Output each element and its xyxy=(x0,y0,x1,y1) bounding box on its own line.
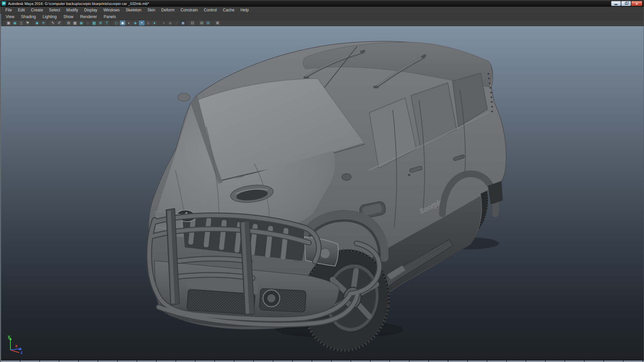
restore-icon xyxy=(625,2,628,5)
lock-camera-icon[interactable]: ◉ xyxy=(12,20,18,25)
svg-text:z: z xyxy=(20,350,23,355)
menu-help[interactable]: Help xyxy=(237,8,252,12)
panel-menu-view[interactable]: View xyxy=(2,14,18,19)
panel-menu-bar: ViewShadingLightingShowRendererPanels xyxy=(1,14,644,20)
main-menu-bar: FileEditCreateSelectModifyDisplayWindows… xyxy=(0,7,644,14)
wireframe-icon[interactable]: ◇ xyxy=(113,20,119,25)
menu-constrain[interactable]: Constrain xyxy=(177,8,201,12)
panel-toolbar: ▣◉▯⚑◆✛✎✐⊞▦◉◎▩⊕T◇◆◐◈◓☼●●◉○▣⊡⊟⊞⊠ xyxy=(1,20,644,26)
use-default-material-icon[interactable]: ◈ xyxy=(132,20,138,25)
svg-text:y: y xyxy=(8,334,10,339)
menu-windows[interactable]: Windows xyxy=(100,8,123,12)
panel-menu-lighting[interactable]: Lighting xyxy=(39,14,60,19)
headlight-lens xyxy=(320,248,330,258)
panel-menu-renderer[interactable]: Renderer xyxy=(77,14,100,19)
viewport-panel: ViewShadingLightingShowRendererPanels ▣◉… xyxy=(0,14,644,362)
field-chart-icon[interactable]: ▩ xyxy=(91,20,97,25)
viewport-3d[interactable]: Scorpio xyxy=(1,26,644,361)
menu-skeleton[interactable]: Skeleton xyxy=(123,8,145,12)
textured-icon[interactable]: ◐ xyxy=(126,20,132,25)
menu-display[interactable]: Display xyxy=(81,8,100,12)
panel-menu-show[interactable]: Show xyxy=(60,14,77,19)
toolbar-separator xyxy=(197,21,198,25)
safe-title-icon[interactable]: T xyxy=(104,20,110,25)
toolbar-separator xyxy=(188,21,188,25)
close-icon: × xyxy=(636,2,638,6)
safe-action-icon[interactable]: ⊕ xyxy=(98,20,103,25)
menu-skin[interactable]: Skin xyxy=(145,8,158,12)
camera-attributes-icon[interactable]: ▯ xyxy=(18,20,24,25)
maya-app-icon: M xyxy=(2,1,6,6)
bookmarks-icon[interactable]: ⚑ xyxy=(25,20,31,25)
xray-icon[interactable]: ⊟ xyxy=(199,20,205,25)
minimize-icon xyxy=(614,4,618,5)
menu-file[interactable]: File xyxy=(2,8,15,12)
exposure-contrast-icon[interactable]: ⊠ xyxy=(215,20,220,25)
menu-deform[interactable]: Deform xyxy=(158,8,177,12)
grease-pencil-icon[interactable]: ✎ xyxy=(50,20,56,25)
grid-icon[interactable]: ⊞ xyxy=(66,20,71,25)
wireframe-on-shaded-icon[interactable]: ◓ xyxy=(139,20,145,25)
panel-menu-shading[interactable]: Shading xyxy=(18,14,39,19)
menu-edit[interactable]: Edit xyxy=(15,8,28,12)
select-camera-icon[interactable]: ▣ xyxy=(6,20,11,25)
smooth-shade-all-icon[interactable]: ◆ xyxy=(120,20,125,25)
axis-gizmo: y x z xyxy=(8,334,23,355)
restore-button[interactable] xyxy=(621,1,631,6)
window-title: Autodesk Maya 2016: G:\computer backup\s… xyxy=(8,2,149,6)
menu-modify[interactable]: Modify xyxy=(63,8,81,12)
multisample-aa-icon[interactable]: ○ xyxy=(174,20,179,25)
resolution-gate-icon[interactable]: ◉ xyxy=(78,20,84,25)
toolbar-separator xyxy=(64,21,64,25)
time-slider-edge[interactable] xyxy=(1,361,644,362)
left-mirror xyxy=(178,93,190,101)
toolbar-separator xyxy=(48,21,49,25)
two-d-pan-zoom-icon[interactable]: ✛ xyxy=(41,20,46,25)
toolbar-separator xyxy=(112,21,112,25)
close-button[interactable]: × xyxy=(631,1,642,6)
occlusion-icon[interactable]: ● xyxy=(161,20,167,25)
title-bar[interactable]: M Autodesk Maya 2016: G:\computer backup… xyxy=(0,0,644,7)
all-lights-icon[interactable]: ☼ xyxy=(145,20,151,25)
menu-cache[interactable]: Cache xyxy=(220,8,237,12)
panel-menu-panels[interactable]: Panels xyxy=(100,14,119,19)
toolbar-separator xyxy=(33,21,33,25)
menu-control[interactable]: Control xyxy=(201,8,220,12)
svg-text:x: x xyxy=(15,343,18,348)
isolate-select-icon[interactable]: ⊡ xyxy=(190,20,195,25)
menu-create[interactable]: Create xyxy=(28,8,46,12)
film-gate-icon[interactable]: ▦ xyxy=(72,20,78,25)
toolbar-separator xyxy=(159,21,160,25)
depth-of-field-icon[interactable]: ▣ xyxy=(180,20,186,25)
menu-select[interactable]: Select xyxy=(46,8,63,12)
toolbar-separator xyxy=(213,21,213,25)
image-plane-icon[interactable]: ◆ xyxy=(34,20,40,25)
gate-mask-icon[interactable]: ◎ xyxy=(85,20,91,25)
maya-window: M Autodesk Maya 2016: G:\computer backup… xyxy=(0,0,644,362)
side-indicator xyxy=(342,174,351,180)
toolbar-separator xyxy=(4,21,4,25)
grease-pencil-frames-icon[interactable]: ✐ xyxy=(56,20,62,25)
motion-blur-icon[interactable]: ◉ xyxy=(167,20,173,25)
xray-active-components-icon[interactable]: ⊞ xyxy=(205,20,211,25)
shadows-icon[interactable]: ● xyxy=(152,20,157,25)
scorpio-car-model[interactable]: Scorpio xyxy=(1,26,644,361)
minimize-button[interactable] xyxy=(611,1,621,6)
window-controls: × xyxy=(611,1,642,6)
